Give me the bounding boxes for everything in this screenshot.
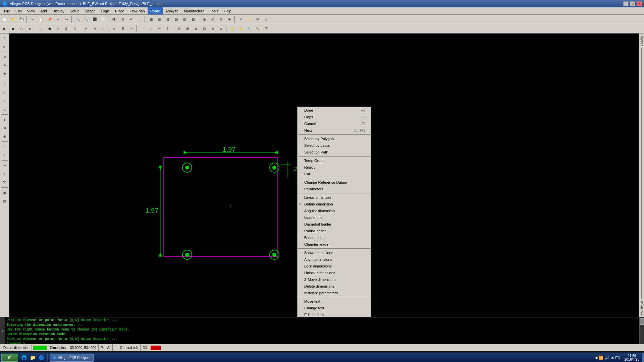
menu-file[interactable]: File: [1, 7, 13, 14]
lp-measure[interactable]: ⇔: [1, 162, 9, 170]
lp-drc[interactable]: ✔: [1, 170, 9, 178]
tb2-e2[interactable]: ↕: [147, 24, 155, 33]
tb2-c1[interactable]: ⇌: [82, 24, 90, 33]
tb-save[interactable]: 💾: [17, 15, 25, 23]
ctx-unlock-dim[interactable]: Unlock dimensions: [298, 269, 371, 276]
restore-button[interactable]: □: [630, 1, 635, 6]
tb-b6[interactable]: ▩: [189, 15, 197, 23]
ctx-leader-line[interactable]: Leader line: [298, 214, 371, 221]
taskbar-app-allegro[interactable]: 🔷 Allegro PCB Designer: [50, 354, 94, 362]
sys-icon-network[interactable]: 📶: [599, 356, 603, 360]
ctx-chamfer-leader[interactable]: Chamfer leader: [298, 241, 371, 248]
lp-line[interactable]: ╱: [1, 80, 9, 88]
tb-c4[interactable]: ⊗: [225, 15, 233, 23]
tb-c3[interactable]: ⊕: [217, 15, 225, 23]
ctx-show-dim[interactable]: Show dimensions: [298, 249, 371, 256]
ctx-cancel[interactable]: Cancel F9: [298, 120, 371, 127]
tb-drc[interactable]: ✔: [127, 15, 135, 23]
lp-text[interactable]: T: [1, 116, 9, 124]
menu-manufacture[interactable]: Manufacture: [181, 7, 207, 14]
lp-ungroup[interactable]: ▤: [1, 197, 9, 205]
ctx-done[interactable]: Done F6: [298, 107, 371, 114]
tb2-b2[interactable]: ◼: [9, 24, 17, 33]
lp-pan[interactable]: ✥: [1, 70, 9, 78]
tb2-f6[interactable]: ⊗: [217, 24, 225, 33]
ctx-balloon-leader[interactable]: Balloon leader: [298, 234, 371, 241]
tb2-b7[interactable]: ○: [54, 24, 62, 33]
menu-flowplan[interactable]: FlowPlan: [127, 7, 147, 14]
tb2-d1[interactable]: ≡: [110, 24, 118, 33]
ctx-angular-dim[interactable]: Angular dimension: [298, 207, 371, 214]
ctx-linear-dim[interactable]: Linear dimension: [298, 194, 371, 201]
minimize-button[interactable]: _: [623, 1, 629, 6]
tb-redo[interactable]: ↪: [62, 15, 70, 23]
tb2-e1[interactable]: ↔: [139, 24, 147, 33]
sys-icon-lang[interactable]: EN: [615, 356, 620, 360]
menu-shape[interactable]: Shape: [82, 7, 98, 14]
tb-new[interactable]: 📄: [1, 15, 9, 23]
ctx-edit-leaders[interactable]: Edit leaders: [298, 311, 371, 317]
tb-paste[interactable]: 📌: [46, 15, 54, 23]
ctx-datum-dim[interactable]: Datum dimension: [298, 201, 371, 207]
tb-undo[interactable]: ↩: [54, 15, 62, 23]
ctx-instance-params[interactable]: Instance parameters: [298, 290, 371, 296]
console-content[interactable]: Pick an element or point for a [0,0] dat…: [5, 317, 639, 344]
tb-open[interactable]: 📂: [9, 15, 17, 23]
taskbar-chrome[interactable]: 🔵: [37, 354, 46, 361]
tb2-f1[interactable]: ⊟: [175, 24, 183, 33]
tb2-b9[interactable]: ⊡: [71, 24, 79, 33]
tb-d4[interactable]: ⚠: [262, 15, 270, 23]
tb-grid[interactable]: ⊞: [119, 15, 127, 23]
lp-group[interactable]: ▣: [1, 189, 9, 197]
ctx-next[interactable]: Next Ctrl+F2: [298, 127, 371, 134]
tb2-g3[interactable]: 🔧: [245, 24, 253, 33]
tb2-g2[interactable]: 📏: [237, 24, 245, 33]
tb2-b3[interactable]: ◻: [17, 24, 25, 33]
tb2-g4[interactable]: 🔨: [254, 24, 262, 33]
lp-zoom-in[interactable]: ⊕: [1, 53, 9, 61]
tb2-b5[interactable]: ⬦: [37, 24, 45, 33]
menu-place[interactable]: Place: [112, 7, 127, 14]
lp-route[interactable]: ⌇: [1, 143, 9, 151]
lp-rect[interactable]: □: [1, 88, 9, 97]
tb-zoom-fit[interactable]: ⬛: [91, 15, 99, 23]
sys-icon-arrow[interactable]: ◀: [595, 356, 597, 360]
close-button[interactable]: ✕: [637, 1, 642, 6]
tb2-g1[interactable]: 📐: [228, 24, 236, 33]
tb-d1[interactable]: ☀: [237, 15, 245, 23]
tb-zoom-in[interactable]: 🔍: [74, 15, 82, 23]
taskbar-ie[interactable]: 🌐: [19, 354, 28, 361]
tb-zoom-sel[interactable]: ⬜: [99, 15, 107, 23]
tb2-c2[interactable]: ⇋: [91, 24, 99, 33]
tb2-e3[interactable]: ⇐: [155, 24, 163, 33]
tb2-d3[interactable]: ⊸: [127, 24, 135, 33]
tb-d2[interactable]: ⚡: [245, 15, 253, 23]
lp-comp[interactable]: ⊞: [1, 124, 9, 132]
menu-display[interactable]: Display: [50, 7, 67, 14]
menu-help[interactable]: Help: [221, 7, 234, 14]
lp-select[interactable]: ↖: [1, 34, 9, 42]
tb-b3[interactable]: ▦: [164, 15, 172, 23]
visibility-label[interactable]: Visibility: [640, 34, 643, 48]
tb-netlist[interactable]: ~: [136, 15, 144, 23]
tb-cut[interactable]: ✂: [29, 15, 37, 23]
tb2-f4[interactable]: ⊡: [200, 24, 208, 33]
menu-add[interactable]: Add: [38, 7, 50, 14]
ctx-diametral-leader[interactable]: Diametral leader: [298, 221, 371, 228]
ctx-move-text[interactable]: Move text: [298, 298, 371, 305]
lp-zoom-out[interactable]: ⊖: [1, 61, 9, 69]
menu-setup[interactable]: Setup: [67, 7, 82, 14]
tb-b5[interactable]: ▨: [180, 15, 189, 23]
tb-b4[interactable]: ▧: [172, 15, 180, 23]
menu-logic[interactable]: Logic: [98, 7, 112, 14]
ctx-cut[interactable]: Cut: [298, 171, 371, 177]
lp-via[interactable]: ◉: [1, 132, 9, 140]
tb2-b8[interactable]: ◫: [62, 24, 70, 33]
tb-c1[interactable]: ◉: [200, 15, 208, 23]
canvas-area[interactable]: 1.97 1.97 .21 Done F6: [9, 34, 644, 317]
ctx-temp-group[interactable]: Temp Group: [298, 157, 371, 164]
menu-route[interactable]: Route: [148, 7, 163, 14]
tb-c2[interactable]: ◎: [209, 15, 217, 23]
ctx-change-text[interactable]: Change text: [298, 305, 371, 311]
tb2-b6[interactable]: ⬟: [46, 24, 54, 33]
